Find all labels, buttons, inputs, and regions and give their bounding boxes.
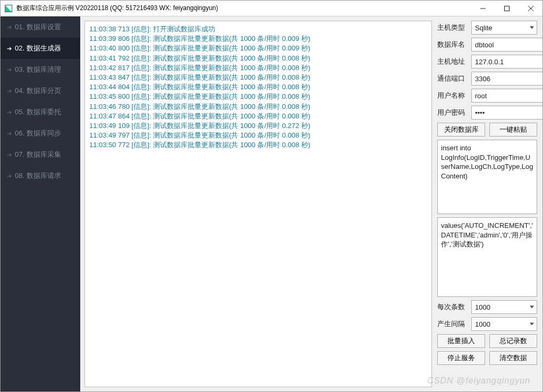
log-line: 11:03:41 792 [信息]: 测试数据库批量更新数据(共 1000 条/… — [89, 54, 427, 63]
sidebar-item-5[interactable]: ➔05. 数据库委托 — [1, 101, 80, 123]
log-line: 11:03:49 797 [信息]: 测试数据库批量更新数据(共 1000 条/… — [89, 131, 427, 140]
label-host-type: 主机类型 — [437, 23, 468, 32]
arrow-icon: ➔ — [7, 173, 12, 180]
log-line: 11:03:47 864 [信息]: 测试数据库批量更新数据(共 1000 条/… — [89, 112, 427, 121]
sql-textarea-2[interactable] — [437, 217, 537, 297]
paste-button[interactable]: 一键粘贴 — [489, 123, 537, 137]
sidebar-item-label: 02. 数据生成器 — [15, 44, 61, 53]
log-line: 11:03:38 713 [信息]: 打开测试数据库成功 — [89, 24, 427, 34]
port-input[interactable] — [471, 72, 543, 86]
sidebar: ➔01. 数据库设置➔02. 数据生成器➔03. 数据库清理➔04. 数据库分页… — [1, 16, 80, 391]
sidebar-item-8[interactable]: ➔08. 数据库请求 — [1, 165, 80, 186]
minimize-button[interactable] — [471, 1, 495, 16]
log-line: 11:03:50 772 [信息]: 测试数据库批量更新数据(共 1000 条/… — [89, 140, 427, 150]
host-addr-input[interactable] — [471, 55, 543, 69]
host-type-select[interactable]: Sqlite — [471, 21, 537, 35]
sidebar-item-label: 04. 数据库分页 — [15, 86, 61, 96]
arrow-icon: ➔ — [7, 130, 12, 137]
arrow-icon: ➔ — [7, 45, 12, 52]
arrow-icon: ➔ — [7, 88, 12, 95]
arrow-icon: ➔ — [7, 24, 12, 31]
pass-input[interactable] — [471, 106, 543, 120]
svg-rect-1 — [504, 6, 509, 11]
sidebar-item-label: 07. 数据库采集 — [15, 150, 61, 159]
sidebar-item-6[interactable]: ➔06. 数据库同步 — [1, 123, 80, 144]
arrow-icon: ➔ — [7, 66, 12, 73]
arrow-icon: ➔ — [7, 151, 12, 158]
db-name-input[interactable] — [471, 38, 543, 52]
sidebar-item-label: 08. 数据库请求 — [15, 171, 61, 181]
clear-button[interactable]: 清空数据 — [489, 351, 537, 365]
log-line: 11:03:39 806 [信息]: 测试数据库批量更新数据(共 1000 条/… — [89, 34, 427, 44]
log-line: 11:03:43 847 [信息]: 测试数据库批量更新数据(共 1000 条/… — [89, 73, 427, 82]
sql-textarea-1[interactable] — [437, 140, 537, 214]
close-db-button[interactable]: 关闭数据库 — [437, 123, 485, 137]
app-icon — [5, 5, 12, 12]
label-interval: 产生间隔 — [437, 319, 468, 329]
sidebar-item-4[interactable]: ➔04. 数据库分页 — [1, 80, 80, 101]
log-area[interactable]: 11:03:38 713 [信息]: 打开测试数据库成功11:03:39 806… — [84, 21, 432, 387]
window-title: 数据库综合应用示例 V20220118 (QQ: 517216493 WX: f… — [16, 4, 471, 13]
batch-insert-button[interactable]: 批量插入 — [437, 334, 485, 348]
label-db-name: 数据库名 — [437, 40, 468, 49]
maximize-button[interactable] — [495, 1, 519, 16]
sidebar-item-3[interactable]: ➔03. 数据库清理 — [1, 59, 80, 80]
label-port: 通信端口 — [437, 74, 468, 83]
arrow-icon: ➔ — [7, 109, 12, 116]
sidebar-item-7[interactable]: ➔07. 数据库采集 — [1, 144, 80, 165]
content-area: ➔01. 数据库设置➔02. 数据生成器➔03. 数据库清理➔04. 数据库分页… — [1, 16, 542, 391]
stop-button[interactable]: 停止服务 — [437, 351, 485, 365]
user-input[interactable] — [471, 89, 543, 103]
interval-select[interactable]: 1000 — [471, 317, 537, 331]
log-line: 11:03:49 109 [信息]: 测试数据库批量更新数据(共 1000 条/… — [89, 121, 427, 131]
close-button[interactable] — [519, 1, 542, 16]
log-line: 11:03:46 780 [信息]: 测试数据库批量更新数据(共 1000 条/… — [89, 102, 427, 112]
log-line: 11:03:40 800 [信息]: 测试数据库批量更新数据(共 1000 条/… — [89, 44, 427, 53]
sidebar-item-label: 06. 数据库同步 — [15, 129, 61, 138]
sidebar-item-2[interactable]: ➔02. 数据生成器 — [1, 38, 80, 59]
sidebar-item-1[interactable]: ➔01. 数据库设置 — [1, 16, 80, 38]
log-line: 11:03:45 800 [信息]: 测试数据库批量更新数据(共 1000 条/… — [89, 92, 427, 101]
sidebar-item-label: 05. 数据库委托 — [15, 107, 61, 117]
label-host-addr: 主机地址 — [437, 57, 468, 66]
label-pass: 用户密码 — [437, 108, 468, 117]
center-panel: 11:03:38 713 [信息]: 打开测试数据库成功11:03:39 806… — [80, 16, 436, 391]
sidebar-item-label: 01. 数据库设置 — [15, 22, 61, 32]
sidebar-item-label: 03. 数据库清理 — [15, 65, 61, 74]
total-count-button[interactable]: 总记录数 — [489, 334, 537, 348]
log-line: 11:03:44 804 [信息]: 测试数据库批量更新数据(共 1000 条/… — [89, 82, 427, 92]
label-user: 用户名称 — [437, 91, 468, 100]
window-buttons — [471, 1, 542, 16]
right-panel: 主机类型 Sqlite 数据库名 主机地址 通信端口 用户名称 用户密码 — [436, 16, 542, 391]
titlebar: 数据库综合应用示例 V20220118 (QQ: 517216493 WX: f… — [1, 1, 542, 16]
batch-size-select[interactable]: 1000 — [471, 300, 537, 314]
label-batch-size: 每次条数 — [437, 302, 468, 312]
log-line: 11:03:42 817 [信息]: 测试数据库批量更新数据(共 1000 条/… — [89, 63, 427, 73]
